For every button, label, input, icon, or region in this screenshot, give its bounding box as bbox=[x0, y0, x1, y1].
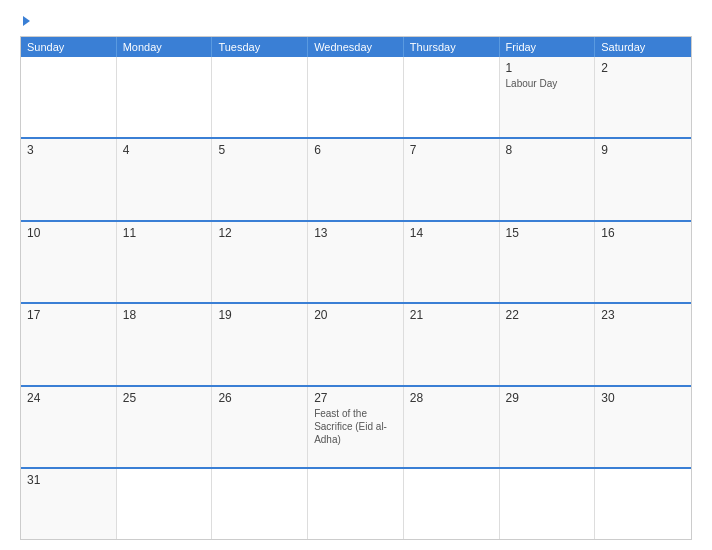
day-cell bbox=[308, 57, 404, 137]
day-number: 6 bbox=[314, 143, 397, 157]
day-number: 2 bbox=[601, 61, 685, 75]
day-header-thursday: Thursday bbox=[404, 37, 500, 57]
day-cell: 5 bbox=[212, 139, 308, 219]
day-cell bbox=[500, 469, 596, 539]
day-cell: 29 bbox=[500, 387, 596, 467]
day-cell: 25 bbox=[117, 387, 213, 467]
day-cell: 30 bbox=[595, 387, 691, 467]
day-number: 8 bbox=[506, 143, 589, 157]
day-cell: 19 bbox=[212, 304, 308, 384]
day-number: 9 bbox=[601, 143, 685, 157]
day-header-tuesday: Tuesday bbox=[212, 37, 308, 57]
day-cell: 2 bbox=[595, 57, 691, 137]
day-cell bbox=[21, 57, 117, 137]
day-number: 1 bbox=[506, 61, 589, 75]
holiday-label: Feast of the Sacrifice (Eid al-Adha) bbox=[314, 407, 397, 446]
day-number: 3 bbox=[27, 143, 110, 157]
day-cell: 28 bbox=[404, 387, 500, 467]
holiday-label: Labour Day bbox=[506, 77, 589, 90]
day-number: 30 bbox=[601, 391, 685, 405]
day-number: 18 bbox=[123, 308, 206, 322]
day-number: 27 bbox=[314, 391, 397, 405]
day-header-sunday: Sunday bbox=[21, 37, 117, 57]
day-number: 22 bbox=[506, 308, 589, 322]
day-number: 16 bbox=[601, 226, 685, 240]
day-cell: 6 bbox=[308, 139, 404, 219]
day-header-wednesday: Wednesday bbox=[308, 37, 404, 57]
day-cell: 21 bbox=[404, 304, 500, 384]
day-cell: 9 bbox=[595, 139, 691, 219]
day-number: 10 bbox=[27, 226, 110, 240]
day-number: 15 bbox=[506, 226, 589, 240]
day-number: 14 bbox=[410, 226, 493, 240]
day-cell: 17 bbox=[21, 304, 117, 384]
day-cell: 7 bbox=[404, 139, 500, 219]
week-row-5: 31 bbox=[21, 467, 691, 539]
day-cell: 10 bbox=[21, 222, 117, 302]
logo-triangle-icon bbox=[23, 16, 30, 26]
weeks-container: 1Labour Day23456789101112131415161718192… bbox=[21, 57, 691, 539]
week-row-0: 1Labour Day2 bbox=[21, 57, 691, 137]
day-cell bbox=[404, 57, 500, 137]
day-cell: 18 bbox=[117, 304, 213, 384]
day-number: 28 bbox=[410, 391, 493, 405]
day-cell: 26 bbox=[212, 387, 308, 467]
day-number: 7 bbox=[410, 143, 493, 157]
day-cell: 27Feast of the Sacrifice (Eid al-Adha) bbox=[308, 387, 404, 467]
day-cell: 8 bbox=[500, 139, 596, 219]
day-cell: 1Labour Day bbox=[500, 57, 596, 137]
day-cell: 31 bbox=[21, 469, 117, 539]
day-number: 23 bbox=[601, 308, 685, 322]
day-cell: 16 bbox=[595, 222, 691, 302]
day-cell bbox=[212, 57, 308, 137]
day-header-saturday: Saturday bbox=[595, 37, 691, 57]
day-headers-row: SundayMondayTuesdayWednesdayThursdayFrid… bbox=[21, 37, 691, 57]
day-cell bbox=[117, 469, 213, 539]
week-row-4: 24252627Feast of the Sacrifice (Eid al-A… bbox=[21, 385, 691, 467]
day-number: 26 bbox=[218, 391, 301, 405]
day-cell: 14 bbox=[404, 222, 500, 302]
week-row-2: 10111213141516 bbox=[21, 220, 691, 302]
day-cell: 15 bbox=[500, 222, 596, 302]
page: SundayMondayTuesdayWednesdayThursdayFrid… bbox=[0, 0, 712, 550]
day-number: 13 bbox=[314, 226, 397, 240]
day-header-friday: Friday bbox=[500, 37, 596, 57]
day-cell bbox=[404, 469, 500, 539]
day-number: 11 bbox=[123, 226, 206, 240]
day-cell: 24 bbox=[21, 387, 117, 467]
header bbox=[20, 16, 692, 26]
day-cell: 11 bbox=[117, 222, 213, 302]
week-row-3: 17181920212223 bbox=[21, 302, 691, 384]
day-number: 19 bbox=[218, 308, 301, 322]
day-cell bbox=[595, 469, 691, 539]
day-cell: 20 bbox=[308, 304, 404, 384]
day-number: 20 bbox=[314, 308, 397, 322]
day-number: 12 bbox=[218, 226, 301, 240]
week-row-1: 3456789 bbox=[21, 137, 691, 219]
day-cell: 22 bbox=[500, 304, 596, 384]
logo bbox=[20, 16, 30, 26]
day-cell: 3 bbox=[21, 139, 117, 219]
day-number: 31 bbox=[27, 473, 110, 487]
day-cell bbox=[212, 469, 308, 539]
day-header-monday: Monday bbox=[117, 37, 213, 57]
day-number: 24 bbox=[27, 391, 110, 405]
day-number: 25 bbox=[123, 391, 206, 405]
day-number: 29 bbox=[506, 391, 589, 405]
day-number: 5 bbox=[218, 143, 301, 157]
day-cell: 23 bbox=[595, 304, 691, 384]
day-cell bbox=[117, 57, 213, 137]
day-number: 21 bbox=[410, 308, 493, 322]
day-number: 17 bbox=[27, 308, 110, 322]
day-cell: 13 bbox=[308, 222, 404, 302]
logo-blue-text bbox=[20, 16, 30, 26]
day-cell: 4 bbox=[117, 139, 213, 219]
calendar: SundayMondayTuesdayWednesdayThursdayFrid… bbox=[20, 36, 692, 540]
day-cell bbox=[308, 469, 404, 539]
day-number: 4 bbox=[123, 143, 206, 157]
day-cell: 12 bbox=[212, 222, 308, 302]
